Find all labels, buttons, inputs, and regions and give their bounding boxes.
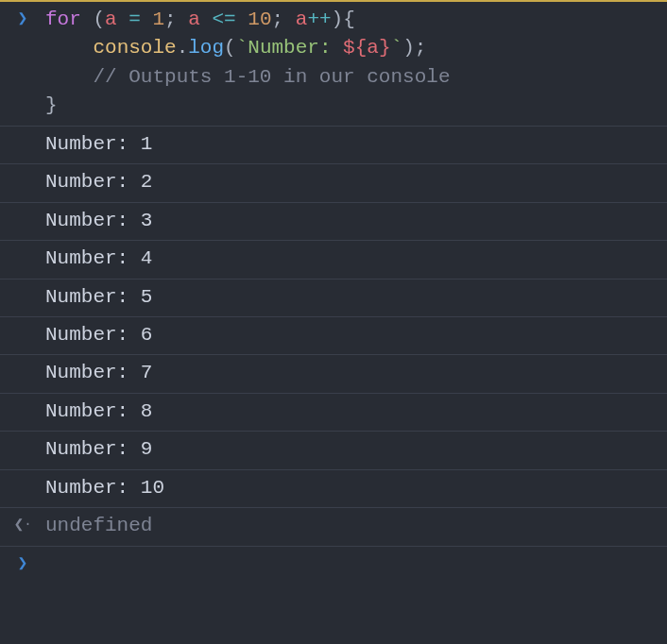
console-output-text: Number: 2 — [45, 168, 667, 196]
console-output-text: Number: 9 — [45, 435, 667, 464]
console-output-row: Number: 7 — [0, 355, 667, 393]
output-gutter — [0, 321, 45, 323]
chevron-right-icon: ❯ — [18, 555, 28, 572]
output-gutter — [0, 359, 45, 361]
console-output-row: Number: 8 — [0, 394, 667, 432]
console-output-text: Number: 5 — [45, 283, 667, 312]
return-gutter: ❮· — [0, 512, 45, 535]
console-output-row: Number: 9 — [0, 432, 667, 469]
console-output-text: Number: 8 — [45, 398, 667, 426]
console-output-row: Number: 5 — [0, 280, 667, 317]
dot-icon: · — [24, 517, 31, 532]
console-input-code[interactable]: for (a = 1; a <= 10; a++){ console.log(`… — [45, 6, 667, 121]
output-gutter — [0, 283, 45, 285]
console-output-row: Number: 3 — [0, 203, 667, 241]
output-gutter — [0, 474, 45, 476]
chevron-right-icon: ❯ — [18, 10, 28, 27]
console-output-row: Number: 2 — [0, 164, 667, 202]
output-gutter — [0, 207, 45, 209]
console-output-text: Number: 3 — [45, 207, 667, 235]
console-output-text: Number: 10 — [45, 474, 667, 502]
console-output-text: Number: 7 — [45, 359, 667, 387]
input-prompt-gutter: ❯ — [0, 551, 45, 574]
output-gutter — [0, 398, 45, 399]
console-output-row: Number: 4 — [0, 241, 667, 279]
console-output-text: Number: 4 — [45, 245, 667, 273]
console-new-input-row[interactable]: ❯ — [0, 547, 667, 579]
input-prompt-gutter: ❯ — [0, 6, 45, 29]
output-gutter — [0, 130, 45, 132]
console-output-row: Number: 1 — [0, 127, 667, 164]
output-gutter — [0, 168, 45, 170]
console-output-row: Number: 6 — [0, 317, 667, 355]
return-value: undefined — [45, 512, 667, 540]
keyword-for: for — [45, 8, 81, 30]
console-output-text: Number: 6 — [45, 321, 667, 349]
console-output-row: Number: 10 — [0, 470, 667, 508]
console-return-row: ❮· undefined — [0, 508, 667, 546]
console-input-row[interactable]: ❯ for (a = 1; a <= 10; a++){ console.log… — [0, 2, 667, 127]
output-gutter — [0, 245, 45, 246]
output-gutter — [0, 435, 45, 437]
chevron-left-icon: ❮ — [13, 517, 24, 534]
console-output-text: Number: 1 — [45, 130, 667, 159]
